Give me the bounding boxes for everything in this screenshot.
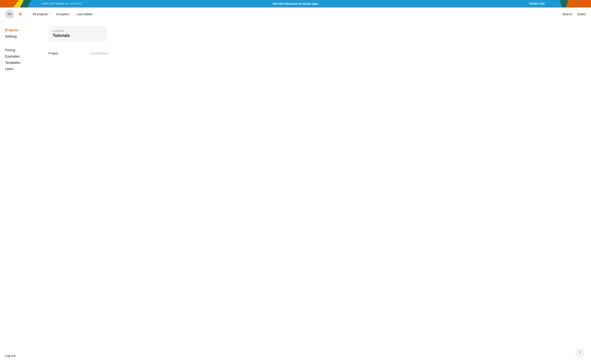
- help-icon: ?: [579, 351, 581, 355]
- search-button[interactable]: Search: [562, 12, 572, 16]
- main-content: 3 projects Tutorials Project Unpublished: [42, 21, 591, 364]
- header: TU + All projects ∨ Grouped ∨ Last edite…: [0, 7, 591, 21]
- last-edited-filter[interactable]: Last edited ∨: [74, 11, 97, 17]
- group-card-title: Tutorials: [53, 33, 103, 38]
- grouped-chevron: ∨: [69, 13, 71, 15]
- group-card-count: 3 projects: [53, 29, 103, 32]
- plus-icon: +: [18, 10, 23, 18]
- last-edited-chevron: ∨: [93, 13, 94, 15]
- sidebar-top-nav: Projects Settings: [5, 27, 37, 39]
- new-project-button[interactable]: +: [16, 10, 25, 19]
- header-nav: All projects ∨ Grouped ∨ Last edited ∨: [30, 11, 562, 17]
- sidebar-link-pricing[interactable]: Pricing: [5, 47, 37, 53]
- sidebar: Projects Settings Pricing Examples Templ…: [0, 21, 42, 364]
- layout: Projects Settings Pricing Examples Templ…: [0, 21, 591, 364]
- avatar[interactable]: TU: [5, 10, 14, 19]
- sidebar-links: Pricing Examples Templates Learn: [5, 47, 37, 72]
- logout-button[interactable]: Log out: [5, 354, 15, 357]
- project-row-status: Unpublished: [90, 52, 107, 55]
- banner-deco-left: [0, 0, 38, 7]
- grouped-filter[interactable]: Grouped ∨: [54, 11, 73, 17]
- last-edited-label: Last edited: [77, 12, 92, 16]
- project-row-name: Project: [48, 52, 90, 55]
- sidebar-item-projects[interactable]: Projects: [5, 27, 37, 33]
- grouped-label: Grouped: [56, 12, 68, 16]
- header-right: Search Select: [562, 12, 586, 16]
- banner-until-text: UNTIL SEPTEMBER 30, 23:59 UTC: [42, 2, 82, 5]
- project-row[interactable]: Project Unpublished: [48, 48, 584, 58]
- select-button[interactable]: Select: [577, 12, 586, 16]
- sidebar-item-settings[interactable]: Settings: [5, 34, 37, 39]
- all-projects-label: All projects: [33, 12, 48, 16]
- sidebar-link-learn[interactable]: Learn: [5, 66, 37, 72]
- all-projects-chevron: ∨: [49, 13, 50, 15]
- sidebar-link-templates[interactable]: Templates: [5, 60, 37, 65]
- help-button[interactable]: ?: [575, 348, 584, 357]
- sidebar-link-examples[interactable]: Examples: [5, 54, 37, 59]
- tutorials-group-card[interactable]: 3 projects Tutorials: [48, 26, 107, 41]
- sidebar-bottom: Log out: [5, 354, 15, 357]
- banner-terms-link[interactable]: TERMS LINK: [529, 2, 545, 5]
- banner-promo-text: Get 20% discount on Studio plan: [273, 2, 319, 6]
- banner-deco-right: [553, 0, 591, 7]
- all-projects-filter[interactable]: All projects ∨: [30, 11, 53, 17]
- promo-banner: UNTIL SEPTEMBER 30, 23:59 UTC Get 20% di…: [0, 0, 591, 7]
